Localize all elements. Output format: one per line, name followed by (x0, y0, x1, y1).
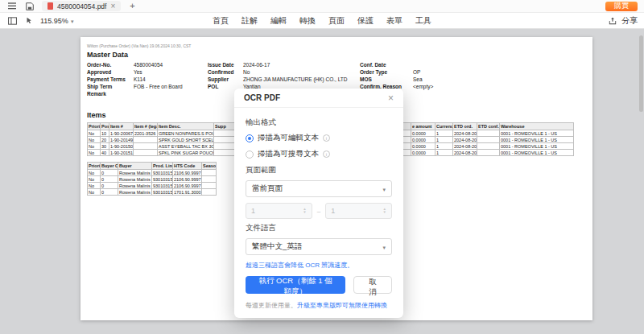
field-label: Approved (87, 68, 134, 76)
upgrade-link[interactable]: 升級至專業版即可無限使用轉換 (297, 302, 387, 309)
scrollbar (638, 29, 643, 334)
column-header: Priority (88, 163, 101, 170)
titlebar: 4580004054.pdf × + 購買 (0, 0, 644, 13)
sidebar-toggle-icon[interactable] (6, 16, 18, 26)
table-row: No0Rowena Malinis930103152106.90.9997 (88, 170, 217, 176)
zoom-level[interactable]: 115.95% (40, 17, 73, 25)
range-separator: – (317, 208, 320, 215)
new-tab-button[interactable]: + (127, 2, 137, 10)
radio-editable-text[interactable]: 掃描為可編輯文本 (246, 133, 392, 143)
menu-tab-4[interactable]: 轉換 (293, 13, 322, 28)
table-cell (202, 170, 217, 176)
master-field: Ship TermFOB - Free on Board (87, 83, 183, 90)
doc-header-note: Wilton (Purchase Order) (Via Nan) 19.06.… (87, 43, 191, 48)
radio-icon[interactable] (246, 151, 254, 159)
buy-button[interactable]: 購買 (605, 2, 638, 11)
menu-tab-6[interactable]: 保護 (351, 13, 380, 28)
usage-text: 每週更新使用量。 (246, 302, 297, 309)
table-row: No0Rowena Malinis930103152106.90.9997 (88, 183, 217, 189)
table-cell: 93010315 (152, 176, 173, 183)
stepper-icons[interactable] (383, 208, 386, 214)
table-cell (477, 150, 500, 156)
field-label: Order Type (360, 68, 413, 76)
share-label: 分享 (621, 15, 638, 27)
table-cell: No (88, 130, 101, 137)
radio-searchable-text[interactable]: 掃描為可搜尋文本 (246, 149, 392, 159)
field-label: Supplier (208, 76, 243, 83)
table-cell (202, 183, 217, 189)
table-cell: 2024-08-20 (453, 137, 477, 143)
scrollbar-thumb[interactable] (639, 35, 643, 112)
menu-bar: 首頁註解編輯轉換頁面保護表單工具 (206, 13, 438, 28)
dialog-close-icon[interactable]: × (388, 93, 394, 103)
table-cell: 0.0000 (411, 143, 436, 150)
table-cell: 1 (436, 130, 453, 137)
language-select[interactable]: 繁體中文_英語 (246, 238, 392, 255)
menu-tab-1[interactable]: 首頁 (206, 13, 235, 28)
table-cell (202, 176, 217, 183)
field-value: No (243, 68, 250, 76)
radio-icon[interactable] (246, 134, 254, 142)
dialog-title: OCR PDF (244, 93, 280, 102)
field-label: Issue Date (208, 61, 243, 68)
menu-tab-8[interactable]: 工具 (409, 13, 438, 28)
table-cell: 0001 - ROMEOVILLE 1 - US (500, 137, 574, 143)
info-icon[interactable] (323, 151, 330, 158)
hand-tool-icon[interactable] (23, 16, 35, 26)
table-cell: 93010315 (152, 183, 173, 189)
master-col-3: Conf. DateOrder TypeOPMOSSeaConfirm. Rea… (360, 61, 433, 90)
save-icon[interactable] (24, 2, 35, 11)
master-field: Conf. Date (360, 61, 433, 68)
field-value: Yes (134, 68, 142, 76)
dialog-header: OCR PDF × (234, 89, 403, 108)
master-field: ApprovedYes (87, 68, 183, 76)
table-cell: Rowena Malinis (118, 189, 152, 196)
menu-tab-7[interactable]: 表單 (380, 13, 409, 28)
table-cell: Rowena Malinis (118, 176, 152, 183)
info-icon[interactable] (323, 134, 330, 142)
menu-tab-3[interactable]: 編輯 (264, 13, 293, 28)
page-from-value: 1 (251, 207, 255, 215)
share-button[interactable]: 分享 (607, 15, 638, 27)
master-col-2: Issue Date2024-06-17ConfirmedNoSupplierZ… (208, 61, 348, 90)
table-cell (477, 130, 500, 137)
menu-tab-2[interactable]: 註解 (235, 13, 264, 28)
document-tab[interactable]: 4580004054.pdf × (42, 1, 121, 11)
table-cell: 2024-08-20 (453, 150, 477, 156)
page-range-select[interactable]: 當前頁面 (246, 180, 392, 197)
pdf-file-icon (47, 2, 53, 10)
field-label: Payment Terms (87, 76, 134, 83)
table-cell: No (88, 150, 101, 156)
table-cell: 40 (101, 150, 109, 156)
column-header: Warehouse (500, 123, 574, 130)
radio-label: 掃描為可搜尋文本 (258, 149, 319, 159)
menu-grid-icon[interactable] (6, 2, 18, 11)
field-label: Ship Term (87, 83, 134, 90)
table-cell: 1 (436, 143, 453, 150)
table-cell: 20 (101, 137, 109, 143)
table-cell: No (88, 176, 101, 183)
language-value: 繁體中文_英語 (252, 241, 302, 252)
table-cell: SPKL PINK SUGAR POUCH 40G (158, 150, 214, 156)
tab-close-icon[interactable]: × (110, 2, 115, 10)
run-ocr-button[interactable]: 執行 OCR（剩餘 1 個額度） (246, 276, 345, 294)
page-to-value: 1 (331, 207, 335, 215)
page-from-input[interactable]: 1 (246, 203, 312, 219)
menu-tab-5[interactable]: 頁面 (322, 13, 351, 28)
table-cell: 1-90-201501 (109, 143, 134, 150)
column-header: Season (202, 163, 217, 170)
table-cell (134, 143, 158, 150)
page-to-input[interactable]: 1 (325, 203, 392, 219)
table-cell: 2201-3526 (134, 130, 158, 137)
stepper-icons[interactable] (303, 208, 306, 214)
table-cell: GREEN NONPARES.S POUCH (158, 130, 214, 137)
zoom-value: 115.95% (40, 17, 68, 25)
output-format-label: 輸出格式 (246, 118, 392, 128)
cancel-button[interactable]: 取消 (353, 276, 392, 294)
radio-label: 掃描為可編輯文本 (258, 133, 319, 143)
master-field: Order-No.4580004054 (87, 61, 183, 68)
table-header-row: PriorityBuyer CodeBuyerProd. LineHTS Cod… (88, 163, 217, 170)
chevron-down-icon (382, 184, 386, 193)
table-cell: 2024-08-20 (453, 143, 477, 150)
table-cell: 0.0000 (411, 150, 436, 156)
